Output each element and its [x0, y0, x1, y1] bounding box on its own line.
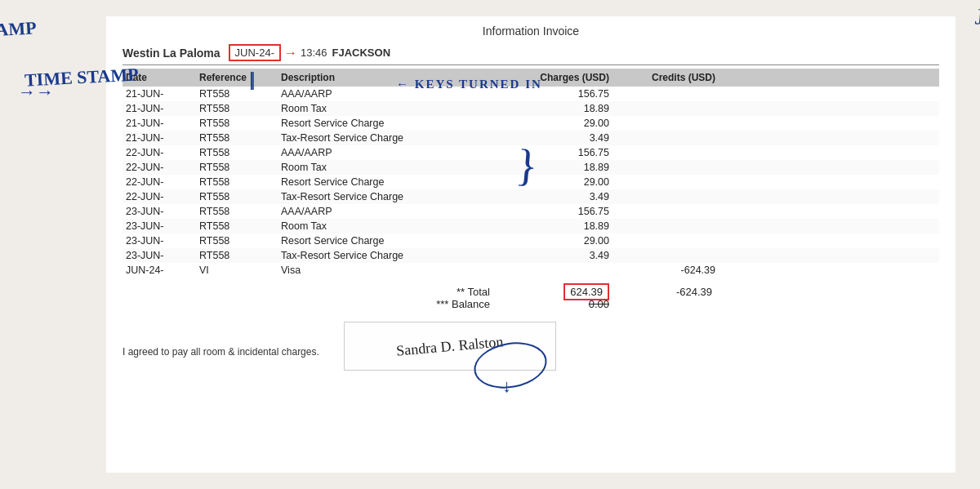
table-row: 23-JUN- RT558 Tax-Resort Service Charge …	[122, 248, 939, 263]
cell-charges: 29.00	[490, 234, 612, 247]
total-label: ** Total	[278, 286, 490, 298]
cell-credits	[612, 146, 719, 159]
cell-charges: 18.89	[490, 220, 612, 233]
cell-credits: -624.39	[612, 264, 719, 277]
cell-charges	[490, 264, 612, 277]
cell-credits	[612, 234, 719, 247]
cell-charges: 3.49	[490, 190, 612, 203]
cell-desc: AAA/AARP	[278, 87, 490, 100]
cell-desc: Room Tax	[278, 220, 490, 233]
invoice-table-body: 21-JUN- RT558 AAA/AARP 156.75 21-JUN- RT…	[122, 87, 939, 278]
total-row: ** Total 624.39 -624.39	[122, 286, 939, 298]
cell-desc: Tax-Resort Service Charge	[278, 249, 490, 262]
cell-desc: Visa	[278, 264, 490, 277]
annot-arrow-left: →→	[18, 82, 54, 103]
cell-ref: RT558	[196, 176, 278, 189]
agreed-text: I agreed to pay all room & incidental ch…	[122, 322, 319, 358]
col-header-charges: Charges (USD)	[490, 71, 612, 84]
table-row: 21-JUN- RT558 Tax-Resort Service Charge …	[122, 131, 939, 145]
cell-ref: RT558	[196, 190, 278, 203]
cell-date: 23-JUN-	[122, 205, 196, 218]
cell-desc: Resort Service Charge	[278, 234, 490, 247]
cell-charges: 29.00	[490, 176, 612, 189]
signature-area: Sandra D. Ralston	[344, 322, 556, 371]
col-header-description: Description	[278, 71, 490, 84]
cell-desc: Resort Service Charge	[278, 117, 490, 130]
page-title: Information Invoice	[122, 24, 939, 38]
col-header-date: Date	[122, 71, 196, 84]
table-row: 23-JUN- RT558 Room Tax 18.89	[122, 219, 939, 233]
checkin-date: JUN-24-	[229, 44, 281, 61]
cell-ref: VI	[196, 264, 278, 277]
cell-date: 21-JUN-	[122, 102, 196, 115]
cell-credits	[612, 131, 719, 144]
cell-date: 22-JUN-	[122, 161, 196, 174]
cell-desc: Room Tax	[278, 102, 490, 115]
balance-row: *** Balance 0.00	[122, 298, 939, 310]
cell-ref: RT558	[196, 117, 278, 130]
cell-date: 23-JUN-	[122, 220, 196, 233]
guest-name: FJACKSON	[332, 47, 391, 59]
cell-charges: 156.75	[490, 146, 612, 159]
cell-desc: Room Tax	[278, 161, 490, 174]
footer-section: I agreed to pay all room & incidental ch…	[122, 322, 939, 371]
cell-credits	[612, 161, 719, 174]
cell-date: 21-JUN-	[122, 87, 196, 100]
table-row: 21-JUN- RT558 Room Tax 18.89	[122, 101, 939, 116]
cell-credits	[612, 190, 719, 203]
cell-desc: AAA/AARP	[278, 146, 490, 159]
cell-desc: Tax-Resort Service Charge	[278, 131, 490, 144]
cell-credits	[612, 117, 719, 130]
annotation-timestamp: TIME STAMP	[0, 17, 37, 44]
cell-ref: RT558	[196, 205, 278, 218]
cell-credits	[612, 249, 719, 262]
cell-charges: 156.75	[490, 87, 612, 100]
cell-desc: Resort Service Charge	[278, 176, 490, 189]
hotel-header: Westin La Paloma JUN-24- → 13:46 FJACKSO…	[122, 44, 939, 65]
checkin-time: 13:46	[301, 47, 327, 59]
cell-desc: AAA/AARP	[278, 205, 490, 218]
table-row: 21-JUN- RT558 Resort Service Charge 29.0…	[122, 116, 939, 131]
cell-charges: 29.00	[490, 117, 612, 130]
cell-credits	[612, 220, 719, 233]
table-header: Date Reference Description Charges (USD)…	[122, 69, 939, 87]
arrow-right-icon: →	[284, 46, 297, 60]
cell-charges: 18.89	[490, 161, 612, 174]
cell-credits	[612, 102, 719, 115]
cell-date: 23-JUN-	[122, 249, 196, 262]
cell-date: JUN-24-	[122, 264, 196, 277]
cell-credits	[612, 87, 719, 100]
invoice-container: TIME STAMP ||| ← KEYS TURNED IN →→ } Inf…	[106, 16, 956, 473]
table-row: 21-JUN- RT558 AAA/AARP 156.75	[122, 87, 939, 101]
table-row: JUN-24- VI Visa -624.39	[122, 263, 939, 278]
cell-charges: 3.49	[490, 131, 612, 144]
table-row: 23-JUN- RT558 AAA/AARP 156.75	[122, 204, 939, 219]
cell-date: 21-JUN-	[122, 117, 196, 130]
cell-ref: RT558	[196, 249, 278, 262]
cell-desc: Tax-Resort Service Charge	[278, 190, 490, 203]
cell-date: 22-JUN-	[122, 146, 196, 159]
cell-charges: 18.89	[490, 102, 612, 115]
cell-credits	[612, 205, 719, 218]
cell-ref: RT558	[196, 146, 278, 159]
col-header-reference: Reference	[196, 71, 278, 84]
cell-charges: 3.49	[490, 249, 612, 262]
table-row: 22-JUN- RT558 Tax-Resort Service Charge …	[122, 189, 939, 204]
cell-charges: 156.75	[490, 205, 612, 218]
balance-charges-value: 0.00	[490, 298, 612, 310]
cell-ref: RT558	[196, 102, 278, 115]
cell-ref: RT558	[196, 234, 278, 247]
col-header-credits: Credits (USD)	[612, 71, 719, 84]
table-row: 22-JUN- RT558 AAA/AARP 156.75	[122, 145, 939, 160]
table-row: 22-JUN- RT558 Room Tax 18.89	[122, 160, 939, 175]
cell-ref: RT558	[196, 87, 278, 100]
cell-date: 21-JUN-	[122, 131, 196, 144]
hotel-name: Westin La Paloma	[122, 47, 220, 60]
balance-label: *** Balance	[278, 298, 490, 310]
cell-ref: RT558	[196, 161, 278, 174]
cell-date: 22-JUN-	[122, 190, 196, 203]
cell-ref: RT558	[196, 131, 278, 144]
table-row: 22-JUN- RT558 Resort Service Charge 29.0…	[122, 175, 939, 189]
annotation-j: J'	[974, 3, 980, 30]
signature: Sandra D. Ralston	[395, 333, 504, 359]
